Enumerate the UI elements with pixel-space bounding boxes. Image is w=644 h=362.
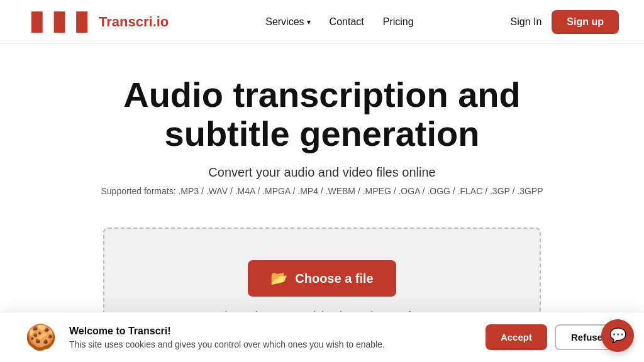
- nav-contact[interactable]: Contact: [330, 16, 364, 28]
- nav-actions: Sign In Sign up: [511, 10, 619, 34]
- logo-text: Transcri.io: [99, 14, 169, 30]
- navbar: ▐▌▐▌▐▌ Transcri.io Services Contact Pric…: [0, 0, 644, 44]
- cookie-banner: 🍪 Welcome to Transcri! This site uses co…: [0, 312, 644, 362]
- logo-waveform-icon: ▐▌▐▌▐▌: [25, 12, 92, 32]
- cookie-text: Welcome to Transcri! This site uses cook…: [69, 326, 473, 349]
- folder-icon: 📂: [270, 270, 287, 287]
- logo[interactable]: ▐▌▐▌▐▌ Transcri.io: [25, 12, 169, 32]
- chat-icon: 💬: [609, 327, 626, 344]
- supported-formats: Supported formats: .MP3 / .WAV / .M4A / …: [25, 186, 619, 196]
- accept-cookies-button[interactable]: Accept: [486, 324, 547, 350]
- hero-section: Audio transcription and subtitle generat…: [0, 44, 644, 215]
- cookie-icon: 🍪: [25, 322, 57, 352]
- nav-pricing[interactable]: Pricing: [383, 16, 414, 28]
- cookie-actions: Accept Refuse: [486, 324, 619, 350]
- sign-in-link[interactable]: Sign In: [511, 16, 542, 28]
- cookie-title: Welcome to Transcri!: [69, 326, 473, 337]
- hero-title: Audio transcription and subtitle generat…: [25, 75, 619, 153]
- hero-subtitle: Convert your audio and video files onlin…: [25, 165, 619, 180]
- chat-button[interactable]: 💬: [601, 319, 634, 352]
- nav-links: Services Contact Pricing: [265, 16, 413, 28]
- cookie-description: This site uses cookies and gives you con…: [69, 339, 473, 349]
- choose-file-button[interactable]: 📂 Choose a file: [248, 260, 396, 297]
- sign-up-button[interactable]: Sign up: [552, 10, 619, 34]
- nav-services[interactable]: Services: [265, 16, 310, 28]
